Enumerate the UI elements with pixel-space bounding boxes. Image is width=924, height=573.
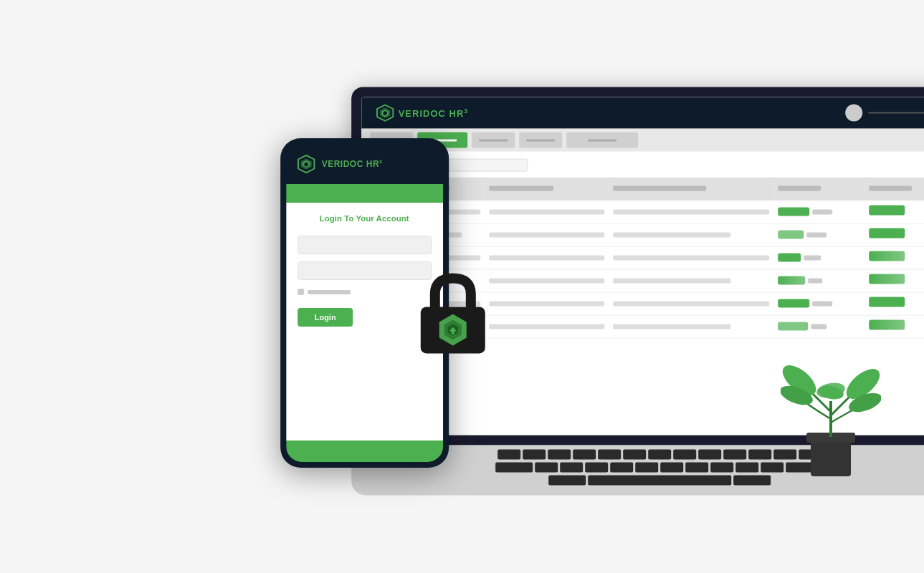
phone-username-input[interactable] [297, 236, 432, 254]
phone-brand-name: VERIDOC [322, 159, 363, 169]
brand-symbol: 3 [464, 107, 468, 114]
key [585, 463, 608, 473]
laptop-tab-5[interactable] [566, 133, 638, 148]
key [535, 463, 558, 473]
key [748, 450, 771, 460]
key [573, 450, 596, 460]
key [495, 463, 533, 473]
key [685, 463, 708, 473]
phone-remember-row [297, 289, 351, 295]
key [698, 450, 721, 460]
lock-icon-overlay [413, 271, 492, 357]
laptop-search-row [371, 159, 924, 172]
table-row [371, 246, 924, 269]
key [623, 450, 646, 460]
key [673, 450, 696, 460]
key [648, 450, 671, 460]
laptop-nav-right: ▾ [845, 105, 924, 122]
scene: VERIDOC HR3 ▾ [0, 0, 924, 573]
laptop-tab-4[interactable] [519, 133, 562, 148]
phone-login-button[interactable]: Login [297, 308, 353, 327]
table-row [371, 201, 924, 223]
phone-green-band [286, 184, 443, 203]
key [548, 476, 586, 486]
phone-remember-text [308, 290, 351, 294]
key [523, 450, 546, 460]
key [660, 463, 683, 473]
key [548, 450, 571, 460]
key [598, 450, 621, 460]
key [723, 450, 746, 460]
laptop-logo: VERIDOC HR3 [376, 104, 469, 122]
svg-rect-13 [451, 331, 454, 334]
svg-rect-14 [811, 437, 851, 476]
brand-name: VERIDOC [399, 108, 446, 119]
phone-brand-symbol: 3 [379, 159, 382, 164]
key [733, 476, 771, 486]
phone-logo-icon [296, 154, 316, 174]
key [710, 463, 733, 473]
laptop-logo-text: VERIDOC HR3 [399, 107, 469, 118]
phone-logo-text: VERIDOC HR3 [322, 159, 383, 169]
key [560, 463, 583, 473]
brand-suffix: HR [446, 108, 464, 119]
lock-icon [413, 271, 492, 357]
phone-header: VERIDOC HR3 [286, 144, 443, 184]
phone-password-input[interactable] [297, 261, 432, 280]
laptop-tab-3[interactable] [472, 133, 515, 148]
key [497, 450, 520, 460]
plant-svg [781, 286, 881, 487]
phone-footer-band [286, 440, 443, 462]
key [635, 463, 658, 473]
table-row [371, 223, 924, 246]
phone-remember-checkbox[interactable] [297, 289, 304, 295]
laptop-logo-icon [376, 104, 394, 122]
spacebar-key [588, 476, 731, 486]
laptop-nav-avatar [845, 105, 862, 122]
phone-brand-suffix: HR [363, 159, 379, 169]
laptop-table-header [371, 178, 924, 201]
key [735, 463, 758, 473]
key [610, 463, 633, 473]
laptop-nav-username [868, 112, 924, 114]
phone-login-title: Login To Your Account [297, 214, 432, 223]
plant-decoration [781, 286, 881, 487]
laptop-navbar: VERIDOC HR3 ▾ [361, 97, 924, 129]
